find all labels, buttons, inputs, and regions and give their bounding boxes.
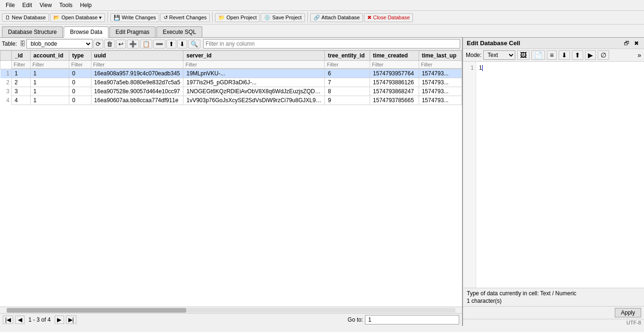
revert-changes-button[interactable]: ↺ Revert Changes	[160, 13, 210, 22]
horizontal-scrollbar[interactable]	[0, 307, 462, 313]
undo-button[interactable]: ↩	[116, 40, 126, 49]
mode-select[interactable]: TextBinaryNullRealInteger	[483, 50, 515, 60]
filter-input-account-id[interactable]	[31, 61, 69, 69]
col-header-type[interactable]: type	[69, 51, 91, 61]
duplicate-row-button[interactable]: 📋	[140, 40, 152, 49]
mode-export-btn[interactable]: ⬇	[559, 50, 570, 60]
filter-cell-uuid[interactable]	[91, 61, 183, 69]
refresh-table-button[interactable]: ⟳	[93, 40, 103, 49]
write-changes-button[interactable]: 💾 Write Changes	[110, 13, 159, 22]
table-cell[interactable]: 2	[12, 78, 31, 87]
attach-database-button[interactable]: 🔗 Attach Database	[310, 13, 363, 22]
open-project-button[interactable]: 📁 Open Project	[215, 13, 260, 22]
col-header-account-id[interactable]: account_id	[30, 51, 69, 61]
table-cell[interactable]: 1	[12, 69, 31, 78]
table-cell[interactable]: 1574793...	[419, 87, 462, 96]
table-cell[interactable]: 16ea90607aa.bb8ccaa774df911e	[91, 96, 183, 105]
filter-input-id[interactable]	[12, 61, 30, 69]
col-header-id[interactable]: _id	[12, 51, 31, 61]
close-database-button[interactable]: ✖ Close Database	[364, 13, 413, 22]
panel-restore-button[interactable]: 🗗	[622, 40, 631, 47]
table-cell[interactable]: 0	[69, 87, 91, 96]
menu-help[interactable]: Help	[76, 1, 96, 9]
prev-page-button[interactable]: ◀	[15, 316, 25, 324]
mode-forward-btn[interactable]: ▶	[585, 50, 596, 60]
table-cell[interactable]: 1	[30, 69, 69, 78]
table-wrapper[interactable]: _id account_id type uuid server_id tree_…	[0, 50, 462, 307]
mode-image-btn[interactable]: 🖼	[517, 50, 529, 60]
table-cell[interactable]: 6	[325, 69, 370, 78]
table-cell[interactable]: 1	[30, 78, 69, 87]
delete-row-button[interactable]: ➖	[153, 40, 165, 49]
filter-cell-time-created[interactable]	[370, 61, 419, 69]
table-cell[interactable]: 1574793886126	[370, 78, 419, 87]
table-cell[interactable]: 1	[30, 96, 69, 105]
table-select[interactable]: blob_node	[26, 39, 92, 49]
scrollbar-thumb[interactable]	[7, 308, 186, 313]
mode-overflow-btn[interactable]: »	[637, 51, 641, 59]
last-page-button[interactable]: ▶|	[66, 316, 76, 324]
table-cell[interactable]: 8	[325, 87, 370, 96]
filter-input-uuid[interactable]	[91, 61, 183, 69]
menu-tools[interactable]: Tools	[56, 1, 76, 9]
first-page-button[interactable]: |◀	[3, 316, 13, 324]
mode-list-btn[interactable]: ≡	[547, 50, 556, 60]
table-cell[interactable]: 7	[325, 78, 370, 87]
filter-input-time-created[interactable]	[370, 61, 419, 69]
filter-cell-server-id[interactable]	[183, 61, 325, 69]
menu-file[interactable]: File	[2, 1, 18, 9]
filter-input-time-last-up[interactable]	[419, 61, 462, 69]
table-cell[interactable]: 1574793868247	[370, 87, 419, 96]
table-row[interactable]: 221016ea907a5eb.8080e9e832d7c5a51977is2H…	[0, 78, 462, 87]
clear-table-button[interactable]: 🗑	[104, 40, 115, 49]
table-cell[interactable]: 1	[30, 87, 69, 96]
table-cell[interactable]: 1574793...	[419, 96, 462, 105]
menu-edit[interactable]: Edit	[18, 1, 36, 9]
mode-text-btn[interactable]: 📄	[531, 50, 545, 60]
table-cell[interactable]: 16ea908a957.919c4c070eadb345	[91, 69, 183, 78]
table-cell[interactable]: 16ea907a5eb.8080e9e832d7c5a5	[91, 78, 183, 87]
tab-browse-data[interactable]: Browse Data	[64, 26, 108, 38]
col-header-uuid[interactable]: uuid	[91, 51, 183, 61]
menu-view[interactable]: View	[36, 1, 56, 9]
filter-cell-tree-entity-id[interactable]	[325, 61, 370, 69]
mode-null-btn[interactable]: ∅	[598, 50, 609, 60]
table-cell[interactable]: 1574793785665	[370, 96, 419, 105]
table-cell[interactable]: 16ea907528e.90057d464e10cc97	[91, 87, 183, 96]
col-header-time-last-up[interactable]: time_last_up	[419, 51, 462, 61]
table-cell[interactable]: 1977is2H5_pGDR3aDi6J-...	[183, 78, 325, 87]
cell-editor-area[interactable]: 1 1	[463, 62, 644, 288]
move-down-button[interactable]: ⬇	[177, 40, 187, 49]
insert-row-button[interactable]: ➕	[127, 40, 139, 49]
table-cell[interactable]: 0	[69, 78, 91, 87]
table-row[interactable]: 331016ea907528e.90057d464e10cc971NOGEGt6…	[0, 87, 462, 96]
apply-button[interactable]: Apply	[615, 308, 641, 317]
col-header-time-created[interactable]: time_created	[370, 51, 419, 61]
table-cell[interactable]: 1vV903p76GoJsXcySE2SdVsDiW9rzCi79u8GJXL9…	[183, 96, 325, 105]
open-database-button[interactable]: 📂 Open Database ▾	[50, 13, 105, 22]
filter-input-tree-entity-id[interactable]	[325, 61, 370, 69]
table-cell[interactable]: 9	[325, 96, 370, 105]
table-cell[interactable]: 4	[12, 96, 31, 105]
mode-import-btn[interactable]: ⬆	[572, 50, 583, 60]
tab-edit-pragmas[interactable]: Edit Pragmas	[109, 26, 156, 37]
filter-cell-account-id[interactable]	[30, 61, 69, 69]
table-cell[interactable]: 1574793...	[419, 69, 462, 78]
move-up-button[interactable]: ⬆	[166, 40, 176, 49]
table-cell[interactable]: 0	[69, 69, 91, 78]
new-database-button[interactable]: 🗋 New Database	[2, 13, 49, 22]
tab-execute-sql[interactable]: Execute SQL	[157, 26, 202, 37]
filter-input-type[interactable]	[69, 61, 91, 69]
col-header-server-id[interactable]: server_id	[183, 51, 325, 61]
filter-input-server-id[interactable]	[183, 61, 324, 69]
tab-database-structure[interactable]: Database Structure	[2, 26, 63, 37]
table-cell[interactable]: 3	[12, 87, 31, 96]
panel-close-button[interactable]: ✖	[633, 40, 640, 47]
goto-input[interactable]	[365, 315, 459, 324]
col-header-tree-entity-id[interactable]: tree_entity_id	[325, 51, 370, 61]
filter-cell-id[interactable]	[12, 61, 31, 69]
table-row[interactable]: 111016ea908a957.919c4c070eadb34519MLpnVK…	[0, 69, 462, 78]
filter-cell-type[interactable]	[69, 61, 91, 69]
table-cell[interactable]: 19MLpnVKU-...	[183, 69, 325, 78]
cell-text-area[interactable]: 1	[476, 62, 644, 288]
